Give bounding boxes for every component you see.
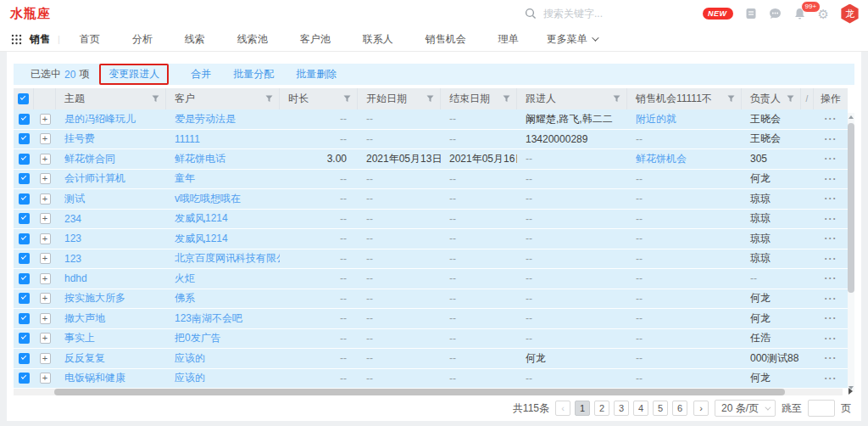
new-badge[interactable]: NEW xyxy=(703,8,733,20)
row-customer-link-text[interactable]: 鲜花饼电话 xyxy=(175,152,225,166)
row-customer-link-text[interactable]: 把0发广告 xyxy=(175,331,221,345)
row-opportunity-link-text[interactable]: 附近的就 xyxy=(636,112,676,126)
row-customer-link-text[interactable]: 童年 xyxy=(175,171,195,186)
row-expand-button[interactable]: + xyxy=(40,193,51,205)
page-button[interactable]: 5 xyxy=(653,401,668,416)
nav-tab[interactable]: 首页 xyxy=(64,32,116,47)
filter-icon[interactable] xyxy=(787,95,794,103)
user-avatar[interactable]: 龙 xyxy=(840,4,860,24)
bulk-action-button[interactable]: 变更跟进人 xyxy=(108,68,159,80)
horizontal-scrollbar[interactable] xyxy=(14,389,854,395)
row-customer-link-text[interactable]: 发威风1214 xyxy=(175,211,228,226)
row-customer-link-text[interactable]: 发威风1214 xyxy=(175,232,228,246)
row-subject-link-text[interactable]: 是的冯绍峰玩儿 xyxy=(64,112,136,126)
row-checkbox[interactable] xyxy=(19,133,30,144)
row-subject-link-text[interactable]: 234 xyxy=(64,213,81,225)
row-customer-link-text[interactable]: v哦吃哦想哦在 xyxy=(175,192,241,206)
row-subject-link-text[interactable]: 反反复复 xyxy=(64,351,105,366)
bulk-action-button[interactable]: 批量分配 xyxy=(233,67,274,81)
nav-tab[interactable]: 分析 xyxy=(116,32,169,47)
page-button[interactable]: 2 xyxy=(594,401,609,416)
row-subject-link-text[interactable]: 鲜花饼合同 xyxy=(64,152,115,166)
row-actions-menu[interactable]: ··· xyxy=(825,272,837,284)
row-expand-button[interactable]: + xyxy=(40,213,51,224)
filter-icon[interactable] xyxy=(613,95,620,103)
row-subject-link-text[interactable]: 123 xyxy=(64,253,81,265)
row-expand-button[interactable]: + xyxy=(40,353,51,364)
row-customer-link-text[interactable]: 佛系 xyxy=(175,291,195,305)
horizontal-scrollbar-thumb[interactable] xyxy=(54,389,785,395)
nav-tab[interactable]: 线索池 xyxy=(221,32,284,47)
row-actions-menu[interactable]: ··· xyxy=(825,113,837,125)
row-subject-link-text[interactable]: 123 xyxy=(64,233,81,244)
document-icon[interactable] xyxy=(744,7,758,20)
row-expand-button[interactable]: + xyxy=(40,233,51,244)
row-checkbox[interactable] xyxy=(19,173,30,184)
row-customer-link-text[interactable]: 11111 xyxy=(175,133,200,145)
row-actions-menu[interactable]: ··· xyxy=(825,333,837,345)
row-checkbox[interactable] xyxy=(19,233,30,244)
nav-tab[interactable]: 理单 xyxy=(482,32,535,47)
row-opportunity-link-text[interactable]: 鲜花饼机会 xyxy=(636,152,687,166)
row-customer-link-text[interactable]: 爱是劳动法是 xyxy=(175,112,236,126)
scroll-up-arrow-icon[interactable] xyxy=(849,115,854,119)
row-customer-link-text[interactable]: 123南湖不会吧 xyxy=(175,311,242,326)
notifications-bell-icon[interactable]: 99+ xyxy=(793,7,807,20)
row-expand-button[interactable]: + xyxy=(40,253,51,264)
row-checkbox[interactable] xyxy=(19,293,30,304)
row-customer-link-text[interactable]: 北京百度网讯科技有限公司 xyxy=(175,251,280,266)
row-customer-link-text[interactable]: 应该的 xyxy=(175,371,205,385)
bulk-action-button[interactable]: 批量删除 xyxy=(296,67,337,81)
row-checkbox[interactable] xyxy=(19,114,30,125)
app-grid-icon[interactable] xyxy=(11,34,22,45)
row-subject-link-text[interactable]: hdhd xyxy=(64,272,87,284)
row-expand-button[interactable]: + xyxy=(40,273,51,284)
row-expand-button[interactable]: + xyxy=(40,114,51,125)
row-expand-button[interactable]: + xyxy=(40,373,51,384)
row-actions-menu[interactable]: ··· xyxy=(825,173,837,185)
nav-tab[interactable]: 联系人 xyxy=(347,32,409,47)
row-actions-menu[interactable]: ··· xyxy=(825,233,837,244)
prev-page-button[interactable]: ‹ xyxy=(555,401,570,416)
filter-icon[interactable] xyxy=(426,95,434,103)
row-subject-link-text[interactable]: 按实施大所多 xyxy=(64,291,125,305)
row-checkbox[interactable] xyxy=(19,193,30,205)
row-checkbox[interactable] xyxy=(19,253,30,264)
chat-icon[interactable] xyxy=(769,7,782,20)
row-customer-link-text[interactable]: 应该的 xyxy=(175,351,205,366)
row-subject-link-text[interactable]: 测试 xyxy=(64,192,85,206)
row-expand-button[interactable]: + xyxy=(40,333,51,344)
page-button[interactable]: 1 xyxy=(575,401,590,416)
bulk-action-button[interactable]: 合并 xyxy=(191,67,211,81)
filter-icon[interactable] xyxy=(727,95,735,103)
vertical-scrollbar[interactable] xyxy=(848,113,854,392)
row-expand-button[interactable]: + xyxy=(40,133,51,144)
page-button[interactable]: 4 xyxy=(633,401,648,416)
row-checkbox[interactable] xyxy=(19,154,30,165)
row-subject-link-text[interactable]: 撒大声地 xyxy=(64,311,105,326)
row-checkbox[interactable] xyxy=(19,333,30,344)
next-page-button[interactable]: › xyxy=(693,401,709,416)
row-checkbox[interactable] xyxy=(19,313,30,324)
page-button[interactable]: 6 xyxy=(672,401,687,416)
row-expand-button[interactable]: + xyxy=(40,313,51,324)
row-subject-link-text[interactable]: 会计师计算机 xyxy=(64,171,125,186)
row-expand-button[interactable]: + xyxy=(40,293,51,304)
scroll-right-arrow-icon[interactable] xyxy=(849,388,853,395)
filter-icon[interactable] xyxy=(343,95,351,103)
row-actions-menu[interactable]: ··· xyxy=(825,352,837,364)
nav-tab[interactable]: 销售机会 xyxy=(409,32,482,47)
row-subject-link-text[interactable]: 电饭锅和健康 xyxy=(64,371,125,385)
nav-tab[interactable]: 客户池 xyxy=(284,32,347,47)
row-actions-menu[interactable]: ··· xyxy=(825,293,837,305)
search-input[interactable] xyxy=(543,8,670,20)
row-actions-menu[interactable]: ··· xyxy=(825,213,837,225)
row-checkbox[interactable] xyxy=(19,353,30,364)
more-menu-tab[interactable]: 更多菜单 xyxy=(535,32,602,47)
filter-icon[interactable] xyxy=(152,95,159,103)
vertical-scrollbar-thumb[interactable] xyxy=(848,123,854,293)
nav-tab[interactable]: 线索 xyxy=(169,32,221,47)
row-actions-menu[interactable]: ··· xyxy=(825,312,837,324)
page-size-select[interactable]: 20 条/页 xyxy=(715,400,776,417)
row-expand-button[interactable]: + xyxy=(40,173,51,184)
